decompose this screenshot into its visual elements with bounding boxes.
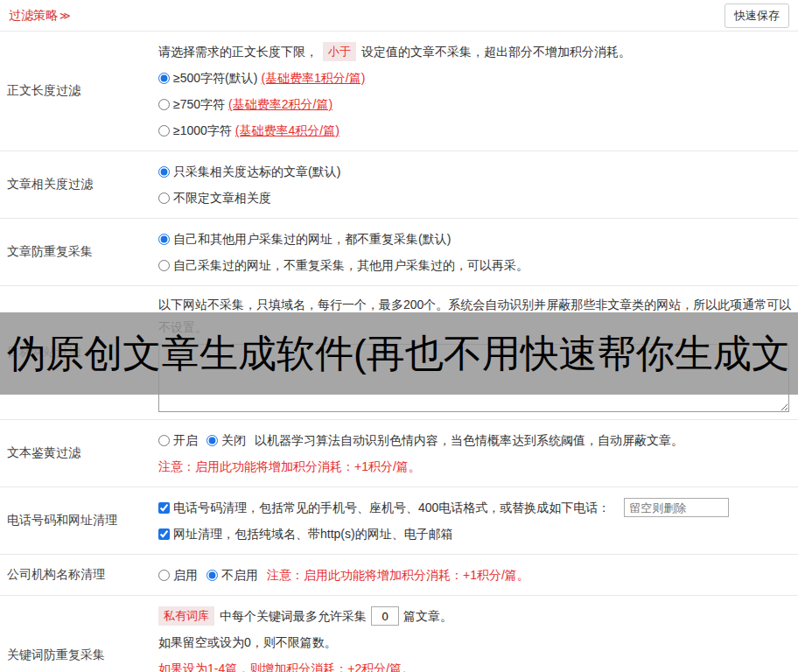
- max-articles-input[interactable]: [371, 606, 399, 626]
- company-clean-note: 注意：启用此功能将增加积分消耗：+1积分/篇。: [267, 562, 529, 588]
- length-filter-label: 正文长度过滤: [0, 32, 153, 150]
- dedup-option-self-radio[interactable]: [158, 260, 170, 271]
- rate-note-1: (基础费率1积分/篇): [261, 65, 365, 91]
- relevance-option-strict-radio[interactable]: [158, 166, 170, 178]
- rate-note-2: (基础费率2积分/篇): [228, 91, 332, 117]
- page-title[interactable]: 过滤策略≫: [9, 8, 71, 24]
- relevance-option-any-radio[interactable]: [158, 192, 170, 204]
- rate-note-3: (基础费率4积分/篇): [235, 117, 340, 144]
- relevance-option-any[interactable]: 不限定文章相关度: [158, 185, 271, 211]
- row-keyword-dedup: 关键词防重复采集 私有词库 中每个关键词最多允许采集 篇文章。 如果留空或设为0…: [0, 596, 798, 672]
- length-option-1000-radio[interactable]: [158, 125, 170, 136]
- replacement-phone-input[interactable]: [624, 498, 729, 517]
- collapse-chevron-icon: ≫: [60, 10, 71, 22]
- porn-option-on-radio[interactable]: [158, 435, 170, 446]
- length-option-500-radio[interactable]: [158, 73, 170, 84]
- porn-filter-label: 文本鉴黄过滤: [0, 420, 153, 486]
- dedup-filter-label: 文章防重复采集: [0, 219, 153, 285]
- company-option-on-radio[interactable]: [158, 570, 170, 581]
- porn-filter-note: 注意：启用此功能将增加积分消耗：+1积分/篇。: [158, 453, 793, 480]
- relevance-option-strict[interactable]: 只采集相关度达标的文章(默认): [158, 158, 340, 185]
- filter-strategy-page: 过滤策略≫ 快速保存 正文长度过滤 请选择需求的正文长度下限，小于设定值的文章不…: [0, 0, 798, 672]
- length-filter-desc: 请选择需求的正文长度下限，小于设定值的文章不采集，超出部分不增加积分消耗。: [158, 38, 793, 65]
- keyword-dedup-line3: 如果设为1-4篇，则增加积分消耗：+2积分/篇。: [158, 655, 793, 672]
- keyword-dedup-line2: 如果留空或设为0，则不限篇数。: [158, 629, 793, 655]
- phone-clean-option[interactable]: 电话号码清理，包括常见的手机号、座机号、400电话格式，或替换成如下电话：: [158, 494, 610, 521]
- length-option-750-radio[interactable]: [158, 99, 170, 110]
- row-dedup-filter: 文章防重复采集 自己和其他用户采集过的网址，都不重复采集(默认) 自己采集过的网…: [0, 219, 798, 286]
- url-clean-option[interactable]: 网址清理，包括纯域名、带http(s)的网址、电子邮箱: [158, 521, 453, 547]
- porn-option-on[interactable]: 开启: [158, 427, 198, 453]
- company-option-off[interactable]: 不启用: [206, 562, 258, 588]
- porn-option-off-radio[interactable]: [206, 435, 218, 446]
- quick-save-button[interactable]: 快速保存: [724, 4, 789, 28]
- url-clean-checkbox[interactable]: [158, 528, 170, 540]
- row-company-clean: 公司机构名称清理 启用 不启用 注意：启用此功能将增加积分消耗：+1积分/篇。: [0, 555, 798, 596]
- length-option-500[interactable]: ≥500字符(默认) (基础费率1积分/篇): [158, 65, 365, 91]
- watermark-text: 伪原创文章生成软件(再也不用快速帮你生成文: [7, 328, 790, 380]
- row-phone-url-clean: 电话号码和网址清理 电话号码清理，包括常见的手机号、座机号、400电话格式，或替…: [0, 487, 798, 555]
- porn-filter-desc: 以机器学习算法自动识别色情内容，当色情概率达到系统阈值，自动屏蔽文章。: [255, 427, 683, 453]
- private-lexicon-chip: 私有词库: [158, 606, 214, 626]
- row-site-filter: 目标网站过滤 以下网站不采集，只填域名，每行一个，最多200个。系统会自动识别并…: [0, 286, 798, 420]
- top-bar: 过滤策略≫ 快速保存: [0, 0, 798, 32]
- company-clean-label: 公司机构名称清理: [0, 555, 153, 595]
- phone-url-clean-label: 电话号码和网址清理: [0, 487, 153, 554]
- porn-option-off[interactable]: 关闭: [206, 427, 246, 453]
- company-option-off-radio[interactable]: [206, 570, 218, 581]
- company-option-on[interactable]: 启用: [158, 562, 198, 588]
- row-relevance-filter: 文章相关度过滤 只采集相关度达标的文章(默认) 不限定文章相关度: [0, 151, 798, 219]
- watermark-overlay: 伪原创文章生成软件(再也不用快速帮你生成文: [0, 312, 798, 395]
- less-than-chip: 小于: [323, 42, 356, 61]
- page-title-text: 过滤策略: [9, 8, 58, 22]
- length-option-1000[interactable]: ≥1000字符 (基础费率4积分/篇): [158, 117, 340, 144]
- length-option-750[interactable]: ≥750字符 (基础费率2积分/篇): [158, 91, 332, 117]
- dedup-option-global-radio[interactable]: [158, 234, 170, 245]
- dedup-option-self[interactable]: 自己采集过的网址，不重复采集，其他用户采集过的，可以再采。: [158, 252, 528, 278]
- dedup-option-global[interactable]: 自己和其他用户采集过的网址，都不重复采集(默认): [158, 226, 451, 252]
- row-porn-filter: 文本鉴黄过滤 开启 关闭 以机器学习算法自动识别色情内容，当色情概率达到系统阈值…: [0, 420, 798, 487]
- row-length-filter: 正文长度过滤 请选择需求的正文长度下限，小于设定值的文章不采集，超出部分不增加积…: [0, 32, 798, 151]
- phone-clean-checkbox[interactable]: [158, 502, 170, 514]
- keyword-dedup-label: 关键词防重复采集: [0, 596, 153, 672]
- relevance-filter-label: 文章相关度过滤: [0, 151, 153, 218]
